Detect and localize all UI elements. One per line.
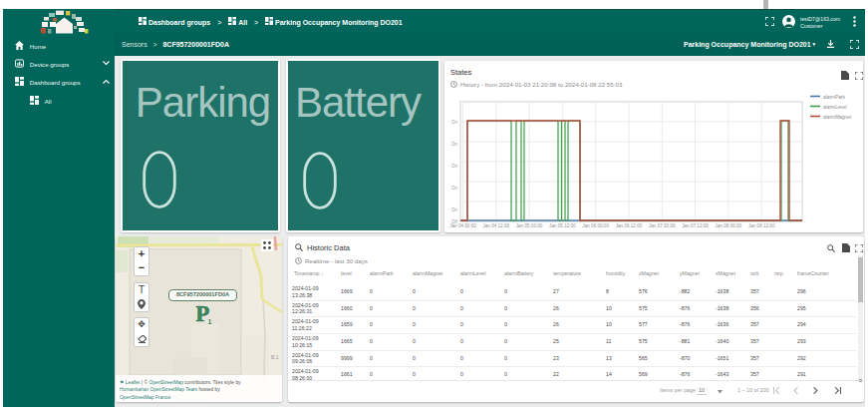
svg-text:Jan 08 00:00: Jan 08 00:00: [716, 223, 742, 228]
svg-text:Jan 05 00:00: Jan 05 00:00: [516, 223, 543, 228]
svg-text:Jan 07 00:00: Jan 07 00:00: [649, 223, 676, 228]
svg-text:On: On: [451, 120, 458, 125]
svg-text:On: On: [451, 142, 458, 147]
svg-text:alarmLevel: alarmLevel: [823, 105, 846, 110]
svg-text:On: On: [451, 164, 458, 169]
svg-text:Jan 08 12:00: Jan 08 12:00: [748, 223, 775, 228]
svg-text:Jan 06 12:00: Jan 06 12:00: [616, 223, 643, 228]
svg-text:alarmMagnet: alarmMagnet: [823, 115, 852, 120]
svg-text:Jan 06 00:00: Jan 06 00:00: [582, 223, 609, 228]
svg-text:Jan 07 12:00: Jan 07 12:00: [682, 223, 709, 228]
svg-text:Jan 04 12:00: Jan 04 12:00: [483, 223, 510, 228]
svg-text:On: On: [451, 186, 458, 191]
svg-text:Jan 05 12:00: Jan 05 12:00: [549, 223, 576, 228]
svg-text:On: On: [451, 207, 458, 212]
svg-text:alarmPark: alarmPark: [823, 95, 845, 100]
svg-text:B.1: B.1: [271, 354, 279, 360]
svg-text:Jan 04 00:00: Jan 04 00:00: [449, 223, 476, 228]
svg-text:1: 1: [208, 318, 212, 325]
